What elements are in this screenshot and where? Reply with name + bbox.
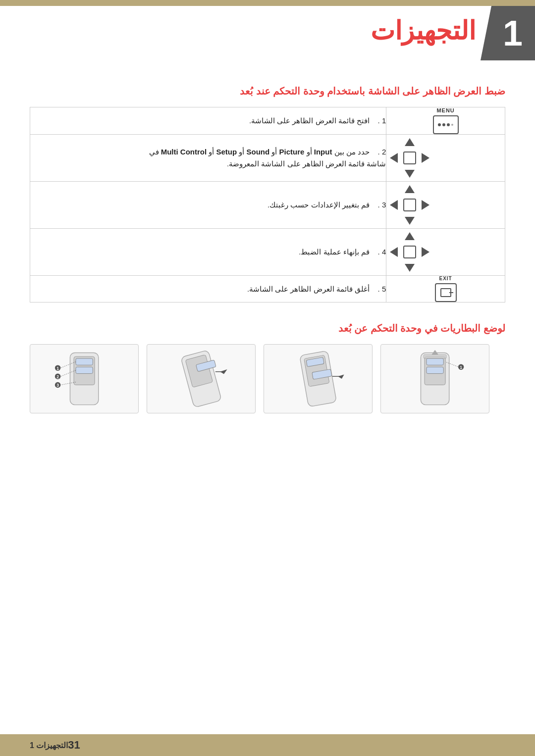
battery-step4-svg: 1 [386, 348, 483, 409]
footer-page-number: 31 [68, 739, 80, 752]
chapter-number: 1 [493, 13, 523, 53]
dpad-icon [386, 135, 505, 181]
battery-image-4: 1 [380, 344, 489, 413]
top-accent-bar [0, 0, 535, 6]
dpad-left-arrow [390, 200, 398, 210]
step4-text: 4 . قم بإنهاء عملية الضبط. [30, 229, 386, 276]
svg-rect-28 [424, 354, 446, 358]
dpad-down-arrow [405, 217, 415, 225]
dpad-center-btn [403, 246, 416, 258]
battery-images-row: 1 2 3 [30, 344, 505, 413]
battery-step2-svg [153, 348, 250, 409]
table-row: 1 . افتح قائمة العرض الظاهر على الشاشة. … [30, 107, 505, 135]
table-row: 4 . قم بإنهاء عملية الضبط. [30, 229, 505, 276]
section2-heading: لوضع البطاريات في وحدة التحكم عن بُعد [30, 322, 505, 334]
section1-heading: ضبط العرض الظاهر على الشاشة باستخدام وحد… [30, 85, 505, 97]
table-row: 5 . أغلق قائمة العرض الظاهر على الشاشة. … [30, 276, 505, 302]
dpad-up-arrow [405, 232, 415, 240]
step5-text: 5 . أغلق قائمة العرض الظاهر على الشاشة. [30, 276, 386, 302]
dpad-up-arrow [405, 185, 415, 193]
table-row: 3 . قم بتغيير الإعدادات حسب رغبتك. [30, 182, 505, 229]
footer: 31 التجهيزات 1 [0, 734, 535, 756]
chapter-header: التجهيزات 1 [0, 6, 535, 60]
chapter-number-box: 1 [481, 6, 535, 60]
dpad-center-btn [403, 151, 416, 164]
dpad-center-btn [403, 199, 416, 211]
dpad-up-arrow [405, 138, 415, 146]
dpad-icon [386, 182, 505, 228]
svg-rect-3 [76, 367, 93, 373]
dpad-down-arrow [405, 170, 415, 178]
battery-step1-svg: 1 2 3 [36, 348, 133, 409]
step2-icon-cell [386, 135, 505, 182]
menu-button-icon: MENU [386, 107, 505, 134]
step1-icon-cell: MENU [386, 107, 505, 135]
exit-button-icon: EXIT [386, 276, 505, 302]
svg-text:1: 1 [460, 365, 462, 370]
main-content: ضبط العرض الظاهر على الشاشة باستخدام وحد… [0, 60, 535, 453]
step2-text: 2 . حدد من بين Input أو Picture أو Sound… [30, 135, 386, 182]
dpad-icon [386, 229, 505, 275]
svg-rect-27 [427, 367, 443, 373]
table-row: 2 . حدد من بين Input أو Picture أو Sound… [30, 135, 505, 182]
svg-rect-2 [76, 358, 93, 365]
battery-image-1: 1 2 3 [30, 344, 139, 413]
step4-icon-cell [386, 229, 505, 276]
battery-step3-svg [269, 348, 367, 409]
chapter-title: التجهيزات [371, 16, 476, 46]
step3-icon-cell [386, 182, 505, 229]
dpad-right-arrow [422, 200, 429, 210]
step3-text: 3 . قم بتغيير الإعدادات حسب رغبتك. [30, 182, 386, 229]
svg-marker-29 [431, 350, 438, 355]
dpad-left-arrow [390, 247, 398, 257]
dpad-right-arrow [422, 247, 429, 257]
dpad-left-arrow [390, 153, 398, 163]
steps-table: 1 . افتح قائمة العرض الظاهر على الشاشة. … [30, 107, 505, 302]
svg-text:1: 1 [56, 366, 59, 371]
step1-text: 1 . افتح قائمة العرض الظاهر على الشاشة. [30, 107, 386, 135]
dpad-down-arrow [405, 264, 415, 272]
svg-rect-26 [427, 358, 443, 365]
dpad-right-arrow [422, 153, 429, 163]
svg-text:2: 2 [56, 374, 59, 379]
battery-image-2 [147, 344, 256, 413]
step5-icon-cell: EXIT [386, 276, 505, 302]
footer-chapter-label: التجهيزات 1 [30, 741, 68, 750]
svg-text:3: 3 [56, 383, 59, 388]
battery-image-3 [264, 344, 373, 413]
